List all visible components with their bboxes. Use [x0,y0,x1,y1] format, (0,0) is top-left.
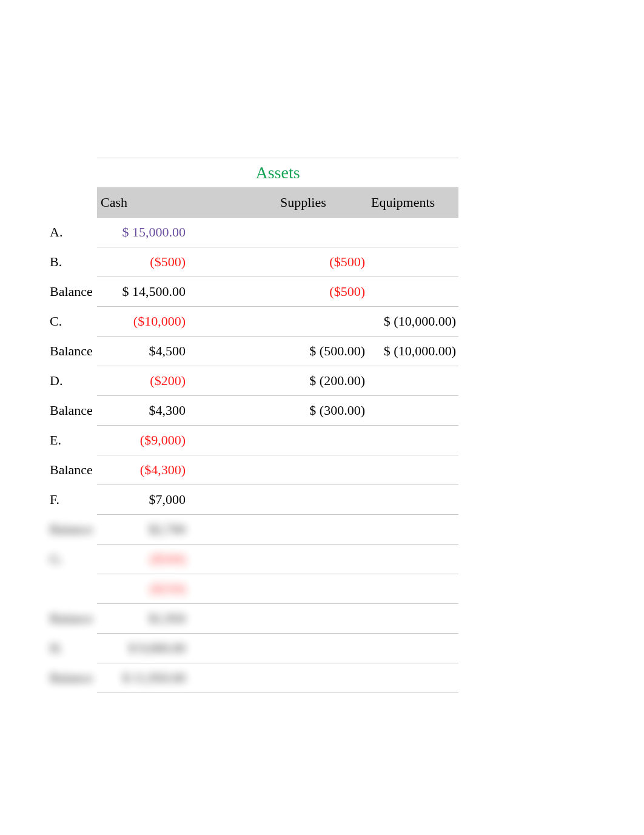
supplies-cell [277,574,367,604]
gap-cell [188,455,277,485]
cash-cell: ($4,300) [97,455,188,485]
equipments-cell [367,455,458,485]
gap-cell [188,307,277,337]
gap-cell [188,426,277,455]
col-header-supplies: Supplies [277,188,367,218]
table-row: G.($500) [49,545,458,574]
equipments-cell [367,396,458,426]
supplies-cell [277,218,367,247]
gap-cell [188,247,277,277]
equipments-cell [367,218,458,247]
gap-cell [188,218,277,247]
supplies-cell: $ (300.00) [277,396,367,426]
gap-cell [188,396,277,426]
equipments-cell [367,604,458,634]
cash-cell: ($500) [97,247,188,277]
assets-header: Assets [97,158,458,188]
row-label: B. [49,247,97,277]
row-label: G. [49,545,97,574]
cash-cell: ($200) [97,366,188,396]
supplies-cell [277,663,367,693]
col-header-cash: Cash [97,188,188,218]
row-label: Balance [49,515,97,545]
supplies-cell [277,604,367,634]
row-label: Balance [49,663,97,693]
equipments-cell [367,634,458,663]
row-label: Balance [49,337,97,366]
row-label [49,574,97,604]
cash-cell: $ 9,000.00 [97,634,188,663]
table-row: ($250) [49,574,458,604]
cash-cell: $2,700 [97,515,188,545]
cash-cell: ($9,000) [97,426,188,455]
gap-cell [188,663,277,693]
worksheet: Assets Cash Supplies Equipments A.$ 15,0… [49,158,458,693]
assets-table: Assets Cash Supplies Equipments A.$ 15,0… [49,158,458,693]
cash-cell: $ 15,000.00 [97,218,188,247]
table-row: C.($10,000)$ (10,000.00) [49,307,458,337]
equipments-cell [367,663,458,693]
row-label: F. [49,485,97,515]
equipments-cell [367,515,458,545]
supplies-cell [277,634,367,663]
row-label: Balance [49,604,97,634]
table-row: Balance$ 14,500.00($500) [49,277,458,307]
row-label: D. [49,366,97,396]
gap-cell [188,574,277,604]
gap-cell [188,277,277,307]
table-row: Balance$4,500$ (500.00)$ (10,000.00) [49,337,458,366]
supplies-cell [277,455,367,485]
cash-cell: $ 14,500.00 [97,277,188,307]
gap-cell [188,485,277,515]
table-row: Balance$ 11,950.00 [49,663,458,693]
equipments-cell [367,247,458,277]
cash-cell: ($500) [97,545,188,574]
equipments-cell: $ (10,000.00) [367,307,458,337]
row-label: A. [49,218,97,247]
cash-cell: $4,500 [97,337,188,366]
table-row: Balance$2,700 [49,515,458,545]
table-row: H.$ 9,000.00 [49,634,458,663]
cash-cell: $1,950 [97,604,188,634]
supplies-cell [277,307,367,337]
cash-cell: $ 11,950.00 [97,663,188,693]
table-row: Balance$1,950 [49,604,458,634]
gap-cell [188,366,277,396]
table-row: Balance($4,300) [49,455,458,485]
equipments-cell [367,277,458,307]
col-header-equipments: Equipments [367,188,458,218]
gap-cell [188,337,277,366]
row-label: H. [49,634,97,663]
gap-cell [188,634,277,663]
cash-cell: $7,000 [97,485,188,515]
table-row: F.$7,000 [49,485,458,515]
col-header-gap [188,188,277,218]
table-row: D.($200)$ (200.00) [49,366,458,396]
cash-cell: ($10,000) [97,307,188,337]
supplies-cell [277,545,367,574]
equipments-cell [367,574,458,604]
cash-cell: ($250) [97,574,188,604]
supplies-cell [277,426,367,455]
blank-cell [49,188,97,218]
table-row: B.($500)($500) [49,247,458,277]
equipments-cell: $ (10,000.00) [367,337,458,366]
equipments-cell [367,366,458,396]
supplies-cell: $ (500.00) [277,337,367,366]
equipments-cell [367,545,458,574]
supplies-cell: ($500) [277,247,367,277]
table-row: Balance$4,300$ (300.00) [49,396,458,426]
table-row: A.$ 15,000.00 [49,218,458,247]
supplies-cell: $ (200.00) [277,366,367,396]
blank-cell [49,158,97,188]
supplies-cell [277,515,367,545]
row-label: Balance [49,396,97,426]
equipments-cell [367,485,458,515]
row-label: C. [49,307,97,337]
supplies-cell [277,485,367,515]
table-row: E.($9,000) [49,426,458,455]
gap-cell [188,545,277,574]
row-label: Balance [49,455,97,485]
gap-cell [188,515,277,545]
row-label: Balance [49,277,97,307]
